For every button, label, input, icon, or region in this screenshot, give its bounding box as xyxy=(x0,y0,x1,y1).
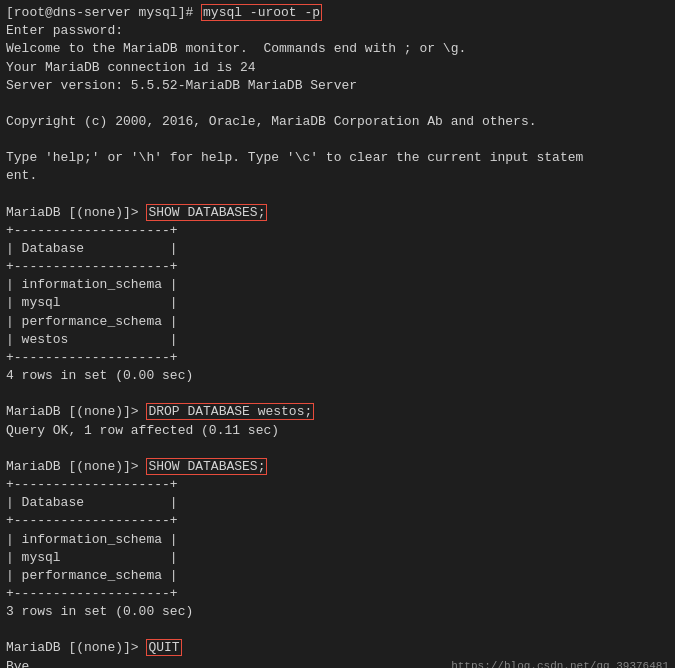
line-show1: MariaDB [(none)]> SHOW DATABASES; xyxy=(6,204,669,222)
line-table-sep1: +--------------------+ xyxy=(6,258,669,276)
line-table-sep2: +--------------------+ xyxy=(6,512,669,530)
line-table-bot1: +--------------------+ xyxy=(6,349,669,367)
prompt-4: MariaDB [(none)]> xyxy=(6,459,146,474)
line-table-top1: +--------------------+ xyxy=(6,222,669,240)
line-2: Enter password: xyxy=(6,22,669,40)
empty-1 xyxy=(6,95,669,113)
line-db-perf1: | performance_schema | xyxy=(6,313,669,331)
line-help1: Type 'help;' or '\h' for help. Type '\c'… xyxy=(6,149,669,167)
line-table-top2: +--------------------+ xyxy=(6,476,669,494)
line-db-mysql1: | mysql | xyxy=(6,294,669,312)
line-copyright: Copyright (c) 2000, 2016, Oracle, MariaD… xyxy=(6,113,669,131)
line-db-westos: | westos | xyxy=(6,331,669,349)
line-5: Server version: 5.5.52-MariaDB MariaDB S… xyxy=(6,77,669,95)
line-table-header1: | Database | xyxy=(6,240,669,258)
line-db-info-schema1: | information_schema | xyxy=(6,276,669,294)
terminal-window: [root@dns-server mysql]# mysql -uroot -p… xyxy=(0,0,675,668)
prompt-3: MariaDB [(none)]> xyxy=(6,404,146,419)
empty-4 xyxy=(6,385,669,403)
line-table-header2: | Database | xyxy=(6,494,669,512)
empty-5 xyxy=(6,440,669,458)
command-1: mysql -uroot -p xyxy=(201,4,322,21)
line-3: Welcome to the MariaDB monitor. Commands… xyxy=(6,40,669,58)
prompt-5: MariaDB [(none)]> xyxy=(6,640,146,655)
line-rows1: 4 rows in set (0.00 sec) xyxy=(6,367,669,385)
line-query-ok: Query OK, 1 row affected (0.11 sec) xyxy=(6,422,669,440)
command-2: SHOW DATABASES; xyxy=(146,204,267,221)
prompt-1: [root@dns-server mysql]# xyxy=(6,5,201,20)
command-4: SHOW DATABASES; xyxy=(146,458,267,475)
command-5: QUIT xyxy=(146,639,181,656)
prompt-2: MariaDB [(none)]> xyxy=(6,205,146,220)
command-3: DROP DATABASE westos; xyxy=(146,403,314,420)
line-table-bot2: +--------------------+ xyxy=(6,585,669,603)
line-rows2: 3 rows in set (0.00 sec) xyxy=(6,603,669,621)
empty-3 xyxy=(6,186,669,204)
line-show2: MariaDB [(none)]> SHOW DATABASES; xyxy=(6,458,669,476)
line-db-perf2: | performance_schema | xyxy=(6,567,669,585)
line-quit: MariaDB [(none)]> QUIT xyxy=(6,639,669,657)
line-help2: ent. xyxy=(6,167,669,185)
line-db-mysql2: | mysql | xyxy=(6,549,669,567)
watermark: https://blog.csdn.net/qq_39376481 xyxy=(451,660,669,668)
line-drop: MariaDB [(none)]> DROP DATABASE westos; xyxy=(6,403,669,421)
empty-2 xyxy=(6,131,669,149)
empty-6 xyxy=(6,621,669,639)
line-db-info-schema2: | information_schema | xyxy=(6,531,669,549)
line-4: Your MariaDB connection id is 24 xyxy=(6,59,669,77)
line-1: [root@dns-server mysql]# mysql -uroot -p xyxy=(6,4,669,22)
